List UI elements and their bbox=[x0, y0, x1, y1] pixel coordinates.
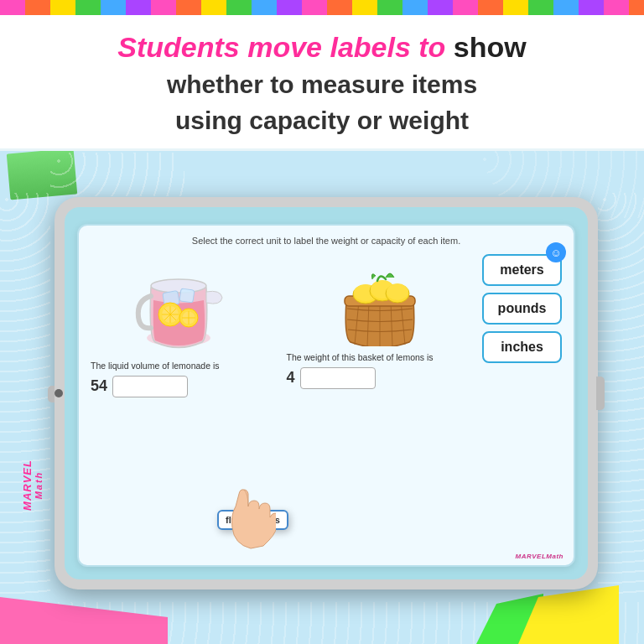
item1-container: The liquid volume of lemonade is 54 bbox=[91, 254, 278, 397]
svg-rect-3 bbox=[179, 288, 195, 303]
label-card-inches[interactable]: inches bbox=[482, 331, 562, 363]
item2-number: 4 bbox=[287, 369, 295, 387]
item2-label: The weight of this basket of lemons is bbox=[287, 351, 475, 364]
tablet-device: Select the correct unit to label the wei… bbox=[55, 197, 598, 589]
item1-number: 54 bbox=[91, 377, 107, 395]
header-highlight: Students move labels to bbox=[117, 31, 445, 63]
tablet-power-button[interactable] bbox=[596, 377, 605, 410]
bg-decorative: MARVEL Math Select the correct unit to l… bbox=[0, 151, 644, 644]
header-normal: show bbox=[445, 31, 526, 63]
notebook-blue-decoration bbox=[50, 153, 184, 196]
top-border-decoration bbox=[0, 0, 644, 15]
instruction-text: Select the correct unit to label the wei… bbox=[91, 236, 562, 246]
item2-unit-blank[interactable] bbox=[300, 367, 376, 389]
panel-badge: ☺ bbox=[546, 242, 566, 262]
header-title: Students move labels to show bbox=[17, 30, 627, 65]
labels-panel: ☺ meters pounds inches bbox=[482, 254, 562, 363]
activity-card: Select the correct unit to label the wei… bbox=[77, 224, 575, 567]
tablet-logo-small: MARVELMath bbox=[516, 553, 564, 560]
bottom-accent-yellow bbox=[518, 585, 619, 644]
item2-value-row: 4 bbox=[287, 367, 475, 389]
header-subtitle-line1: whether to measure items bbox=[17, 68, 627, 101]
deco-teal-right bbox=[598, 193, 644, 594]
svg-point-1 bbox=[151, 279, 206, 293]
items-row: The liquid volume of lemonade is 54 bbox=[91, 254, 562, 397]
svg-point-25 bbox=[387, 283, 408, 300]
pitcher-illustration bbox=[130, 254, 239, 355]
deco-teal-left bbox=[0, 193, 50, 594]
tablet-screen: Select the correct unit to label the wei… bbox=[65, 207, 588, 579]
header-subtitle-line2: using capacity or weight bbox=[17, 104, 627, 137]
tablet-home-button[interactable] bbox=[55, 389, 63, 397]
marvel-math-logo-left: MARVEL Math bbox=[21, 460, 44, 511]
label-card-pounds[interactable]: pounds bbox=[482, 293, 562, 325]
hand-cursor bbox=[226, 477, 276, 553]
tablet-volume-button[interactable] bbox=[48, 386, 55, 402]
item1-unit-blank[interactable] bbox=[112, 376, 188, 397]
outer-wrapper: Students move labels to show whether to … bbox=[0, 0, 644, 644]
header-section: Students move labels to show whether to … bbox=[0, 15, 644, 148]
item2-container: The weight of this basket of lemons is 4 bbox=[287, 254, 475, 389]
item1-value-row: 54 bbox=[91, 376, 278, 397]
basket-illustration bbox=[334, 254, 426, 346]
logo-marvel: MARVEL bbox=[21, 460, 34, 511]
item1-label: The liquid volume of lemonade is bbox=[91, 360, 278, 372]
logo-math: Math bbox=[34, 470, 44, 499]
